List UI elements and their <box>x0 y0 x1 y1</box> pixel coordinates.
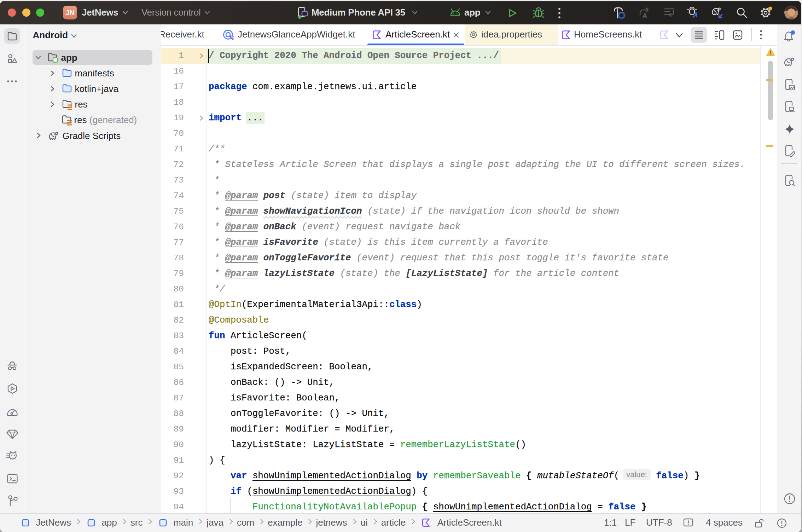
svg-text:A: A <box>643 12 647 19</box>
